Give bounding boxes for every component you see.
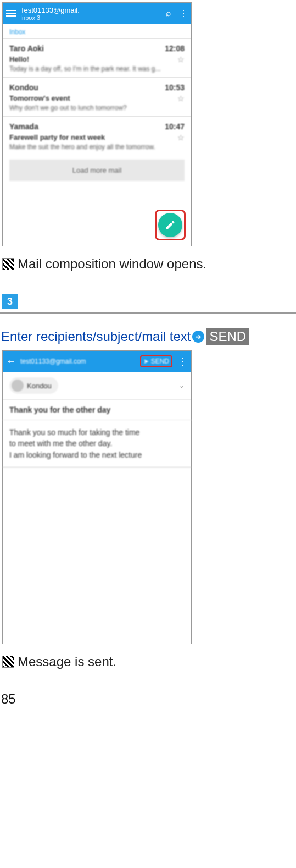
result-line: Message is sent. xyxy=(2,654,296,669)
page-number: 85 xyxy=(1,691,296,707)
inbox-section-label: Inbox xyxy=(3,24,191,38)
body-line: Thank you so much for taking the time xyxy=(9,427,185,438)
arrow-right-icon: ➜ xyxy=(192,331,204,343)
result-text: Message is sent. xyxy=(18,654,116,669)
result-text: Mail composition window opens. xyxy=(18,256,206,272)
flag-icon xyxy=(2,258,14,270)
mail-subject: Farewell party for next week xyxy=(9,133,105,142)
to-field[interactable]: Kondou ⌄ xyxy=(3,372,191,400)
inbox-titlebar: Test01133@gmail. Inbox 3 ⌕ ⋮ xyxy=(3,3,191,24)
step-number-badge: 3 xyxy=(2,294,18,309)
account-name: Test01133@gmail. xyxy=(20,6,166,14)
recipient-chip[interactable]: Kondou xyxy=(9,377,58,394)
more-icon[interactable]: ⋮ xyxy=(178,355,188,367)
compose-screenshot: ← test01133@gmail.com ➤ SEND ⋮ Kondou ⌄ … xyxy=(2,350,192,644)
load-more-button[interactable]: Load more mail xyxy=(9,160,185,181)
send-button-highlight: ➤ SEND xyxy=(140,355,172,367)
menu-icon[interactable] xyxy=(6,8,16,18)
mail-subject: Tomorrow's event xyxy=(9,94,70,103)
inbox-screenshot: Test01133@gmail. Inbox 3 ⌕ ⋮ Inbox Taro … xyxy=(2,2,192,246)
mail-sender: Yamada xyxy=(9,122,38,131)
more-icon[interactable]: ⋮ xyxy=(179,8,188,19)
avatar-icon xyxy=(12,380,24,392)
mail-item[interactable]: Kondou10:53 Tomorrow's event☆ Why don't … xyxy=(3,78,191,116)
folder-count: Inbox 3 xyxy=(20,14,166,21)
instruction-line: Enter recipients/subject/mail text ➜ SEN… xyxy=(1,328,296,345)
flag-icon xyxy=(2,656,14,668)
body-line: to meet with me the other day. xyxy=(9,438,185,449)
subject-field[interactable]: Thank you for the other day xyxy=(3,400,191,420)
send-button[interactable]: SEND xyxy=(151,358,169,365)
mail-time: 12:08 xyxy=(165,44,185,53)
recipient-name: Kondou xyxy=(27,382,52,390)
instruction-text: Enter recipients/subject/mail text xyxy=(1,329,191,344)
star-icon[interactable]: ☆ xyxy=(177,55,185,64)
mail-item[interactable]: Taro Aoki12:08 Hello!☆ Today is a day of… xyxy=(3,39,191,77)
chevron-down-icon[interactable]: ⌄ xyxy=(179,382,185,389)
mail-time: 10:53 xyxy=(165,83,185,92)
mail-sender: Kondou xyxy=(9,83,38,92)
star-icon[interactable]: ☆ xyxy=(177,94,185,103)
mail-preview: Today is a day off, so I'm in the park n… xyxy=(9,65,185,73)
back-icon[interactable]: ← xyxy=(6,356,16,367)
result-line: Mail composition window opens. xyxy=(2,256,296,272)
pencil-icon xyxy=(165,219,176,230)
compose-fab-highlight xyxy=(155,210,186,240)
paperplane-icon: ➤ xyxy=(143,358,149,365)
mail-item[interactable]: Yamada10:47 Farewell party for next week… xyxy=(3,117,191,155)
compose-fab[interactable] xyxy=(158,213,182,237)
mail-preview: Why don't we go out to lunch tomorrow? xyxy=(9,104,185,112)
mail-sender: Taro Aoki xyxy=(9,44,44,53)
message-body[interactable]: Thank you so much for taking the time to… xyxy=(3,420,191,468)
mail-subject: Hello! xyxy=(9,55,29,64)
star-icon[interactable]: ☆ xyxy=(177,133,185,142)
compose-titlebar: ← test01133@gmail.com ➤ SEND ⋮ xyxy=(3,351,191,372)
search-icon[interactable]: ⌕ xyxy=(166,8,171,19)
from-address: test01133@gmail.com xyxy=(20,358,140,365)
mail-preview: Make the suit the hero and enjoy all the… xyxy=(9,143,185,151)
send-label: SEND xyxy=(206,328,249,345)
body-line: I am looking forward to the next lecture xyxy=(9,449,185,460)
mail-time: 10:47 xyxy=(165,122,185,131)
